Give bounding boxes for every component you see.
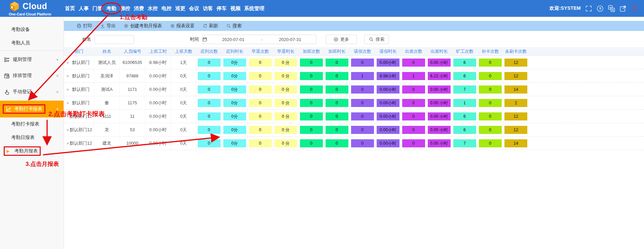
cell-出差次数: 0 <box>401 137 426 150</box>
name-input[interactable] <box>94 35 134 44</box>
value-chip: 0 <box>249 85 272 94</box>
date-range-picker[interactable]: 2020-07-01 - 2020-07-31 <box>202 35 316 44</box>
nav-item-4[interactable]: 梯控 <box>120 4 130 13</box>
cell-未刷卡次数: 12 <box>503 123 529 136</box>
value-chip: 0.00小时 <box>377 85 400 94</box>
print-button[interactable]: 打印 <box>77 23 92 29</box>
more-button[interactable]: 更多 <box>326 35 357 44</box>
value-chip: 6 <box>453 59 476 67</box>
cell-请假时长: 0.00小时 <box>375 137 401 150</box>
calendar-icon <box>202 37 207 42</box>
cell-加班时长: 0 <box>324 110 350 123</box>
nav-item-0[interactable]: 首页 <box>65 4 75 13</box>
help-button[interactable]: ? <box>597 5 604 12</box>
row-expander-icon[interactable]: ∨ <box>66 101 69 105</box>
filter-search-button[interactable]: 搜索 <box>364 35 389 44</box>
sidebar-item-attendance-personnel[interactable]: 考勤人员 <box>0 36 64 50</box>
sidebar-divider <box>0 50 64 51</box>
top-bar: Cloud One-Card Cloud Platform 首页人事门禁考勤梯控… <box>0 0 644 17</box>
value-chip: 0 <box>198 85 221 94</box>
cell-迟到次数: 0 <box>196 137 222 150</box>
nav-item-6[interactable]: 水控 <box>148 4 158 13</box>
cell-迟到次数: 0 <box>196 123 222 136</box>
cell-请假时长: 0.00小时 <box>375 110 401 123</box>
sidebar-item-attendance-punch-report-group[interactable]: 考勤打卡报表∧ <box>0 101 64 117</box>
search-button[interactable]: 搜索 <box>226 23 242 29</box>
nav-item-7[interactable]: 电控 <box>161 4 172 13</box>
cell-早退次数: 0 <box>248 83 273 96</box>
new-window-button[interactable] <box>619 5 627 12</box>
cell-value: 0天 <box>180 127 187 133</box>
cell-value: 0.00小时 <box>149 113 166 119</box>
nav-item-2[interactable]: 门禁 <box>92 4 103 13</box>
nav-item-13[interactable]: 系统管理 <box>244 4 264 13</box>
row-expander-icon[interactable]: ∨ <box>66 128 69 132</box>
sidebar-item-attendance-punch-report[interactable]: 考勤打卡报表 <box>0 117 64 131</box>
column-header-17: 未刷卡次数 <box>503 48 529 55</box>
row-expander-icon[interactable]: ∨ <box>66 87 69 91</box>
sidebar-item-attendance-daily-report[interactable]: 考勤日报表 <box>0 131 64 144</box>
sidebar-item-attendance-devices[interactable]: 考勤设备 <box>0 23 64 36</box>
power-button[interactable] <box>631 5 638 12</box>
cell-value: 0.00小时 <box>149 86 166 93</box>
nav-item-8[interactable]: 巡更 <box>175 4 185 13</box>
cell-迟到次数: 0 <box>196 110 222 123</box>
filter-bar: 姓名 时间 2020-07-01 - 2020-07-31 更多 搜索 <box>64 34 644 45</box>
translate-button[interactable]: 中A <box>608 5 615 12</box>
row-expander-icon[interactable]: ∨ <box>66 141 69 145</box>
value-chip: 0 <box>198 59 221 67</box>
value-chip: 0 <box>249 126 272 134</box>
sidebar-item-manual-registration[interactable]: 手动登记∨ <box>0 84 64 100</box>
cell-补卡次数: 0 <box>478 83 503 96</box>
row-expander-icon[interactable]: ∨ <box>66 114 69 118</box>
value-chip: 0 分 <box>274 139 297 147</box>
nav-item-1[interactable]: 人事 <box>79 4 89 13</box>
cell-上班天数: 0天 <box>171 137 196 150</box>
cell-加班时长: 0 <box>324 83 350 96</box>
nav-item-11[interactable]: 停车 <box>217 4 227 13</box>
sidebar-item-shift-management[interactable]: 排班管理∨ <box>0 68 64 84</box>
value-chip: 0分 <box>223 126 246 134</box>
cell-上班工时: 0.00小时 <box>145 137 171 150</box>
value-chip: 0 <box>479 126 502 134</box>
sidebar-item-rules-management[interactable]: 规则管理∨ <box>0 51 64 68</box>
row-expander-icon[interactable]: ∨ <box>66 61 69 64</box>
nav-item-5[interactable]: 消费 <box>134 4 144 13</box>
column-header-10: 加班时长 <box>324 48 350 55</box>
value-chip: 0分 <box>223 59 246 67</box>
cell-迟到次数: 0 <box>196 56 222 69</box>
sidebar-item-label: 考勤日报表 <box>11 135 35 141</box>
nav-item-10[interactable]: 访客 <box>203 4 213 13</box>
sidebar-item-attendance-monthly-report[interactable]: ▶考勤月报表 <box>0 144 64 158</box>
topbar-right: 欢迎:SYSTEM ?中A <box>550 5 644 12</box>
cell-补卡次数: 0 <box>478 96 503 109</box>
row-expander-icon[interactable]: ∨ <box>66 74 69 78</box>
column-header-16: 补卡次数 <box>478 48 503 55</box>
export-button[interactable]: 导出 <box>100 23 116 29</box>
nav-item-attendance-active[interactable]: 考勤 <box>106 4 116 13</box>
cell-上班天数: 0天 <box>171 96 196 109</box>
cell-请假次数: 0 <box>350 56 375 69</box>
nav-item-9[interactable]: 会议 <box>189 4 199 13</box>
cell-出差次数: 1 <box>401 69 426 82</box>
cell-请假次数: 0 <box>350 110 375 123</box>
cell-加班次数: 0 <box>299 110 324 123</box>
table-body: ∨默认部门测试人员610065358.98小时1天00分00 分0000.00小… <box>64 56 644 150</box>
fullscreen-button[interactable] <box>585 5 592 12</box>
cell-早退次数: 0 <box>248 137 273 150</box>
date-from-value[interactable]: 2020-07-01 <box>207 37 259 42</box>
cell-姓名: 吴润泽 <box>94 69 120 82</box>
value-chip: 6 <box>453 126 476 134</box>
refresh-button[interactable]: 刷新 <box>203 23 218 29</box>
report-settings-button[interactable]: 报表设置 <box>170 23 195 29</box>
nav-item-12[interactable]: 视频 <box>230 4 240 13</box>
cell-出差时长: 0.00 小时 <box>426 56 452 69</box>
date-to-value[interactable]: 2020-07-31 <box>264 37 316 42</box>
gear-icon <box>124 24 128 28</box>
cell-部门: ∨默认部门12 <box>64 137 94 150</box>
value-chip: 0 <box>326 112 348 120</box>
cell-未刷卡次数: 12 <box>503 110 529 123</box>
cell-未刷卡次数: 2 <box>503 96 529 109</box>
create-monthly-report-button[interactable]: 创建考勤月报表 <box>124 23 162 29</box>
cell-上班工时: 8.98小时 <box>145 56 171 69</box>
